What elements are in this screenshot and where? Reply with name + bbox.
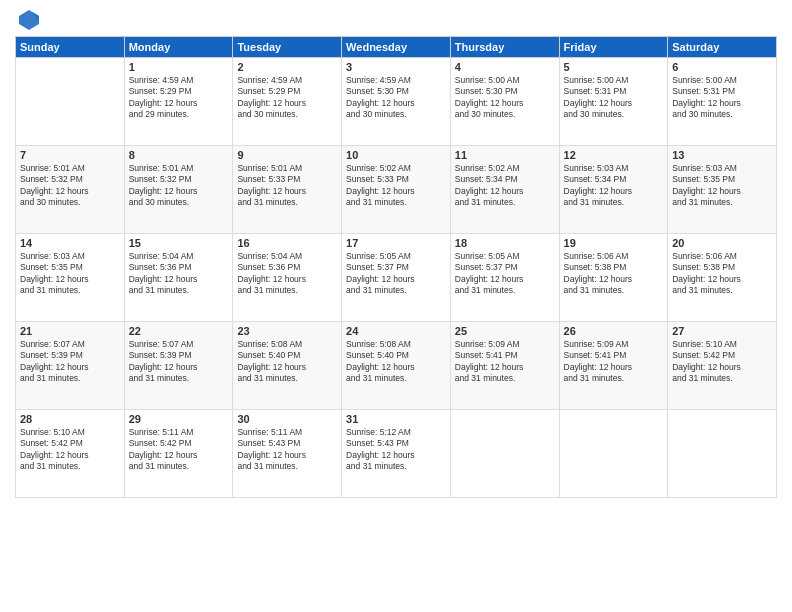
day-info: Sunrise: 5:12 AM Sunset: 5:43 PM Dayligh…	[346, 427, 446, 473]
calendar-cell: 27Sunrise: 5:10 AM Sunset: 5:42 PM Dayli…	[668, 322, 777, 410]
day-info: Sunrise: 5:00 AM Sunset: 5:31 PM Dayligh…	[564, 75, 664, 121]
day-info: Sunrise: 4:59 AM Sunset: 5:29 PM Dayligh…	[237, 75, 337, 121]
calendar-week-4: 21Sunrise: 5:07 AM Sunset: 5:39 PM Dayli…	[16, 322, 777, 410]
day-info: Sunrise: 5:03 AM Sunset: 5:35 PM Dayligh…	[672, 163, 772, 209]
calendar-header-row: SundayMondayTuesdayWednesdayThursdayFrid…	[16, 37, 777, 58]
day-info: Sunrise: 5:08 AM Sunset: 5:40 PM Dayligh…	[346, 339, 446, 385]
day-info: Sunrise: 5:11 AM Sunset: 5:42 PM Dayligh…	[129, 427, 229, 473]
day-info: Sunrise: 5:04 AM Sunset: 5:36 PM Dayligh…	[237, 251, 337, 297]
calendar-cell: 3Sunrise: 4:59 AM Sunset: 5:30 PM Daylig…	[342, 58, 451, 146]
calendar-cell	[16, 58, 125, 146]
day-info: Sunrise: 5:05 AM Sunset: 5:37 PM Dayligh…	[455, 251, 555, 297]
day-number: 10	[346, 149, 446, 161]
day-info: Sunrise: 5:00 AM Sunset: 5:30 PM Dayligh…	[455, 75, 555, 121]
day-number: 6	[672, 61, 772, 73]
day-number: 31	[346, 413, 446, 425]
day-number: 28	[20, 413, 120, 425]
calendar-week-1: 1Sunrise: 4:59 AM Sunset: 5:29 PM Daylig…	[16, 58, 777, 146]
day-info: Sunrise: 5:00 AM Sunset: 5:31 PM Dayligh…	[672, 75, 772, 121]
calendar-header-friday: Friday	[559, 37, 668, 58]
day-number: 5	[564, 61, 664, 73]
day-info: Sunrise: 4:59 AM Sunset: 5:29 PM Dayligh…	[129, 75, 229, 121]
day-info: Sunrise: 5:01 AM Sunset: 5:32 PM Dayligh…	[20, 163, 120, 209]
calendar-cell: 30Sunrise: 5:11 AM Sunset: 5:43 PM Dayli…	[233, 410, 342, 498]
day-info: Sunrise: 5:05 AM Sunset: 5:37 PM Dayligh…	[346, 251, 446, 297]
calendar-cell: 8Sunrise: 5:01 AM Sunset: 5:32 PM Daylig…	[124, 146, 233, 234]
calendar-cell: 17Sunrise: 5:05 AM Sunset: 5:37 PM Dayli…	[342, 234, 451, 322]
calendar-cell: 14Sunrise: 5:03 AM Sunset: 5:35 PM Dayli…	[16, 234, 125, 322]
logo	[15, 10, 41, 28]
calendar-cell: 18Sunrise: 5:05 AM Sunset: 5:37 PM Dayli…	[450, 234, 559, 322]
day-info: Sunrise: 5:11 AM Sunset: 5:43 PM Dayligh…	[237, 427, 337, 473]
header	[15, 10, 777, 28]
day-info: Sunrise: 5:03 AM Sunset: 5:35 PM Dayligh…	[20, 251, 120, 297]
calendar-week-2: 7Sunrise: 5:01 AM Sunset: 5:32 PM Daylig…	[16, 146, 777, 234]
day-info: Sunrise: 5:10 AM Sunset: 5:42 PM Dayligh…	[20, 427, 120, 473]
day-number: 24	[346, 325, 446, 337]
calendar-cell: 20Sunrise: 5:06 AM Sunset: 5:38 PM Dayli…	[668, 234, 777, 322]
calendar-cell: 6Sunrise: 5:00 AM Sunset: 5:31 PM Daylig…	[668, 58, 777, 146]
day-number: 20	[672, 237, 772, 249]
day-info: Sunrise: 5:09 AM Sunset: 5:41 PM Dayligh…	[455, 339, 555, 385]
day-number: 27	[672, 325, 772, 337]
calendar-cell: 22Sunrise: 5:07 AM Sunset: 5:39 PM Dayli…	[124, 322, 233, 410]
day-number: 21	[20, 325, 120, 337]
day-number: 8	[129, 149, 229, 161]
calendar-week-5: 28Sunrise: 5:10 AM Sunset: 5:42 PM Dayli…	[16, 410, 777, 498]
calendar-week-3: 14Sunrise: 5:03 AM Sunset: 5:35 PM Dayli…	[16, 234, 777, 322]
calendar-cell: 15Sunrise: 5:04 AM Sunset: 5:36 PM Dayli…	[124, 234, 233, 322]
day-info: Sunrise: 5:02 AM Sunset: 5:34 PM Dayligh…	[455, 163, 555, 209]
day-number: 1	[129, 61, 229, 73]
calendar-cell	[450, 410, 559, 498]
calendar-cell: 4Sunrise: 5:00 AM Sunset: 5:30 PM Daylig…	[450, 58, 559, 146]
day-number: 17	[346, 237, 446, 249]
calendar-cell: 29Sunrise: 5:11 AM Sunset: 5:42 PM Dayli…	[124, 410, 233, 498]
day-number: 7	[20, 149, 120, 161]
calendar-cell: 16Sunrise: 5:04 AM Sunset: 5:36 PM Dayli…	[233, 234, 342, 322]
main-container: SundayMondayTuesdayWednesdayThursdayFrid…	[0, 0, 792, 612]
day-info: Sunrise: 5:09 AM Sunset: 5:41 PM Dayligh…	[564, 339, 664, 385]
day-number: 26	[564, 325, 664, 337]
calendar-header-thursday: Thursday	[450, 37, 559, 58]
calendar-cell: 10Sunrise: 5:02 AM Sunset: 5:33 PM Dayli…	[342, 146, 451, 234]
calendar-cell: 1Sunrise: 4:59 AM Sunset: 5:29 PM Daylig…	[124, 58, 233, 146]
day-number: 4	[455, 61, 555, 73]
day-number: 2	[237, 61, 337, 73]
calendar-cell: 31Sunrise: 5:12 AM Sunset: 5:43 PM Dayli…	[342, 410, 451, 498]
calendar-cell: 23Sunrise: 5:08 AM Sunset: 5:40 PM Dayli…	[233, 322, 342, 410]
day-info: Sunrise: 4:59 AM Sunset: 5:30 PM Dayligh…	[346, 75, 446, 121]
logo-icon	[17, 8, 41, 32]
day-number: 30	[237, 413, 337, 425]
calendar-cell: 24Sunrise: 5:08 AM Sunset: 5:40 PM Dayli…	[342, 322, 451, 410]
calendar-header-sunday: Sunday	[16, 37, 125, 58]
day-info: Sunrise: 5:08 AM Sunset: 5:40 PM Dayligh…	[237, 339, 337, 385]
calendar-cell: 11Sunrise: 5:02 AM Sunset: 5:34 PM Dayli…	[450, 146, 559, 234]
day-info: Sunrise: 5:02 AM Sunset: 5:33 PM Dayligh…	[346, 163, 446, 209]
day-number: 9	[237, 149, 337, 161]
calendar: SundayMondayTuesdayWednesdayThursdayFrid…	[15, 36, 777, 498]
day-info: Sunrise: 5:07 AM Sunset: 5:39 PM Dayligh…	[129, 339, 229, 385]
calendar-cell: 21Sunrise: 5:07 AM Sunset: 5:39 PM Dayli…	[16, 322, 125, 410]
day-number: 12	[564, 149, 664, 161]
day-info: Sunrise: 5:01 AM Sunset: 5:32 PM Dayligh…	[129, 163, 229, 209]
day-number: 14	[20, 237, 120, 249]
calendar-body: 1Sunrise: 4:59 AM Sunset: 5:29 PM Daylig…	[16, 58, 777, 498]
calendar-cell: 7Sunrise: 5:01 AM Sunset: 5:32 PM Daylig…	[16, 146, 125, 234]
day-number: 13	[672, 149, 772, 161]
calendar-header-tuesday: Tuesday	[233, 37, 342, 58]
day-number: 22	[129, 325, 229, 337]
day-info: Sunrise: 5:01 AM Sunset: 5:33 PM Dayligh…	[237, 163, 337, 209]
calendar-cell	[668, 410, 777, 498]
calendar-cell: 19Sunrise: 5:06 AM Sunset: 5:38 PM Dayli…	[559, 234, 668, 322]
day-number: 15	[129, 237, 229, 249]
calendar-cell: 28Sunrise: 5:10 AM Sunset: 5:42 PM Dayli…	[16, 410, 125, 498]
day-number: 19	[564, 237, 664, 249]
day-number: 29	[129, 413, 229, 425]
calendar-cell: 26Sunrise: 5:09 AM Sunset: 5:41 PM Dayli…	[559, 322, 668, 410]
calendar-cell: 5Sunrise: 5:00 AM Sunset: 5:31 PM Daylig…	[559, 58, 668, 146]
calendar-cell: 13Sunrise: 5:03 AM Sunset: 5:35 PM Dayli…	[668, 146, 777, 234]
calendar-cell: 25Sunrise: 5:09 AM Sunset: 5:41 PM Dayli…	[450, 322, 559, 410]
calendar-cell: 12Sunrise: 5:03 AM Sunset: 5:34 PM Dayli…	[559, 146, 668, 234]
svg-marker-0	[19, 10, 39, 30]
day-number: 23	[237, 325, 337, 337]
